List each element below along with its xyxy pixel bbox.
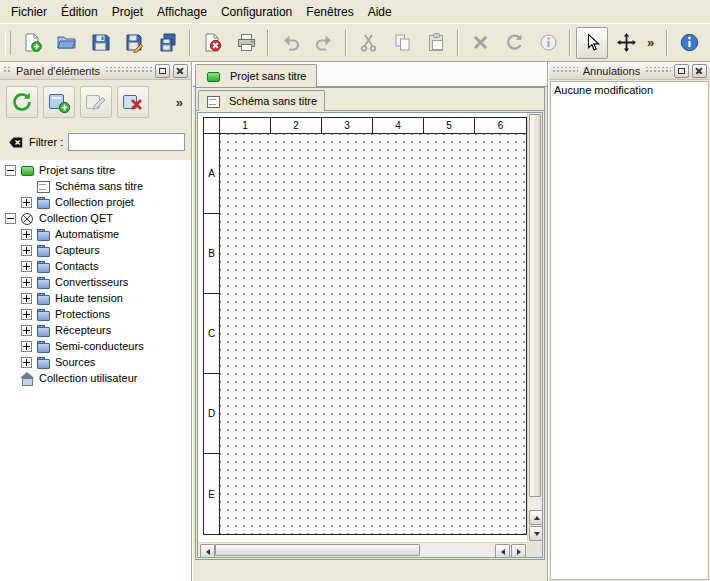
delete-element-button[interactable]	[117, 86, 149, 118]
tree-item-collection-utilisateur[interactable]: Collection utilisateur	[0, 370, 191, 386]
dock-float-button[interactable]	[155, 64, 170, 78]
right-arrow-icon	[517, 549, 521, 555]
vertical-scroll-thumb[interactable]	[529, 114, 541, 497]
save-all-icon	[158, 32, 179, 53]
open-project-button[interactable]	[50, 27, 82, 59]
collapse-icon[interactable]	[5, 165, 16, 176]
elements-toolbar-overflow-button[interactable]: »	[176, 95, 185, 110]
dock-close-button[interactable]	[692, 64, 707, 78]
menu-fichier[interactable]: Fichier	[4, 1, 54, 23]
tree-item-semi-conducteurs[interactable]: Semi-conducteurs	[0, 338, 191, 354]
expand-icon[interactable]	[21, 293, 32, 304]
tree-item-label: Capteurs	[55, 244, 100, 256]
delete-element-icon	[121, 90, 145, 114]
expand-icon[interactable]	[21, 341, 32, 352]
main-toolbar: »	[0, 23, 710, 62]
scroll-right-button[interactable]	[511, 544, 526, 558]
close-project-button[interactable]	[196, 27, 228, 59]
filter-input[interactable]	[68, 133, 185, 151]
undo-button[interactable]	[274, 27, 306, 59]
rotate-icon	[504, 32, 525, 53]
rotate-button[interactable]	[498, 27, 530, 59]
tree-item-projet-sans-titre[interactable]: Projet sans titre	[0, 162, 191, 178]
tree-item-contacts[interactable]: Contacts	[0, 258, 191, 274]
vertical-scrollbar[interactable]	[527, 113, 542, 542]
scroll-down-button[interactable]	[529, 526, 543, 541]
reload-collections-button[interactable]	[6, 86, 38, 118]
scroll-left-button[interactable]	[200, 544, 215, 558]
horizontal-scroll-thumb[interactable]	[215, 544, 420, 556]
undo-panel-titlebar[interactable]: Annulations	[549, 62, 710, 80]
schema-canvas[interactable]: 1 2 3 4 5 6 A B C D E	[198, 113, 527, 542]
tree-item-schema-sans-titre[interactable]: Schéma sans titre	[0, 178, 191, 194]
dock-close-button[interactable]	[173, 64, 188, 78]
clear-filter-button[interactable]	[6, 134, 24, 150]
dock-float-button[interactable]	[674, 64, 689, 78]
redo-button[interactable]	[308, 27, 340, 59]
paste-button[interactable]	[420, 27, 452, 59]
tab-projet-sans-titre[interactable]: Projet sans titre	[195, 64, 317, 87]
clear-filter-icon	[7, 135, 24, 150]
menu-configuration[interactable]: Configuration	[214, 1, 299, 23]
move-tool-button[interactable]	[610, 27, 642, 59]
toolbar-overflow-button[interactable]: »	[643, 35, 658, 50]
tree-item-convertisseurs[interactable]: Convertisseurs	[0, 274, 191, 290]
collections-tree[interactable]: Projet sans titre Schéma sans titre Coll…	[0, 160, 191, 581]
about-button[interactable]	[673, 27, 705, 59]
tree-item-label: Protections	[55, 308, 110, 320]
vertical-scroll-track[interactable]	[529, 497, 541, 509]
new-document-button[interactable]	[16, 27, 48, 59]
horizontal-scrollbar[interactable]	[198, 542, 527, 557]
print-icon	[236, 32, 257, 53]
scroll-left-button-2[interactable]	[495, 544, 510, 558]
edit-element-button[interactable]	[80, 86, 112, 118]
expand-icon[interactable]	[21, 325, 32, 336]
menu-affichage[interactable]: Affichage	[150, 1, 214, 23]
new-element-button[interactable]	[43, 86, 75, 118]
scroll-up-button[interactable]	[529, 510, 543, 525]
expand-icon[interactable]	[21, 357, 32, 368]
filter-row: Filtrer :	[0, 128, 191, 156]
menu-aide[interactable]: Aide	[361, 1, 399, 23]
menu-projet[interactable]: Projet	[105, 1, 150, 23]
tree-item-protections[interactable]: Protections	[0, 306, 191, 322]
cut-button[interactable]	[352, 27, 384, 59]
expand-icon[interactable]	[21, 261, 32, 272]
dock-handle	[645, 67, 671, 74]
tree-item-label: Haute tension	[55, 292, 123, 304]
save-all-button[interactable]	[152, 27, 184, 59]
menu-edition[interactable]: Édition	[54, 1, 105, 23]
toolbar-grip[interactable]	[5, 31, 11, 55]
elements-panel-titlebar[interactable]: Panel d'éléments	[0, 62, 191, 80]
expand-icon[interactable]	[21, 245, 32, 256]
copy-button[interactable]	[386, 27, 418, 59]
expand-icon[interactable]	[21, 197, 32, 208]
tree-item-label: Automatisme	[55, 228, 119, 240]
tree-item-collection-projet[interactable]: Collection projet	[0, 194, 191, 210]
row-headers: A B C D E	[204, 134, 220, 534]
delete-button[interactable]	[464, 27, 496, 59]
tree-item-recepteurs[interactable]: Récepteurs	[0, 322, 191, 338]
tree-item-sources[interactable]: Sources	[0, 354, 191, 370]
tree-item-capteurs[interactable]: Capteurs	[0, 242, 191, 258]
horizontal-scroll-track[interactable]	[420, 544, 494, 556]
project-window: Schéma sans titre 1 2 3 4 5 6	[195, 87, 545, 560]
row-header: C	[204, 294, 219, 374]
tree-item-haute-tension[interactable]: Haute tension	[0, 290, 191, 306]
menu-fenetres[interactable]: Fenêtres	[299, 1, 360, 23]
tab-schema-sans-titre[interactable]: Schéma sans titre	[198, 90, 325, 111]
collapse-icon[interactable]	[5, 213, 16, 224]
save-button[interactable]	[84, 27, 116, 59]
tree-item-automatisme[interactable]: Automatisme	[0, 226, 191, 242]
dock-handle	[552, 67, 578, 74]
select-tool-button[interactable]	[576, 27, 608, 59]
expand-icon[interactable]	[21, 229, 32, 240]
tree-item-collection-qet[interactable]: Collection QET	[0, 210, 191, 226]
row-header: D	[204, 374, 219, 454]
save-as-button[interactable]	[118, 27, 150, 59]
information-button[interactable]	[532, 27, 564, 59]
print-button[interactable]	[230, 27, 262, 59]
expand-icon[interactable]	[21, 309, 32, 320]
undo-list[interactable]: Aucune modification	[550, 81, 709, 580]
expand-icon[interactable]	[21, 277, 32, 288]
